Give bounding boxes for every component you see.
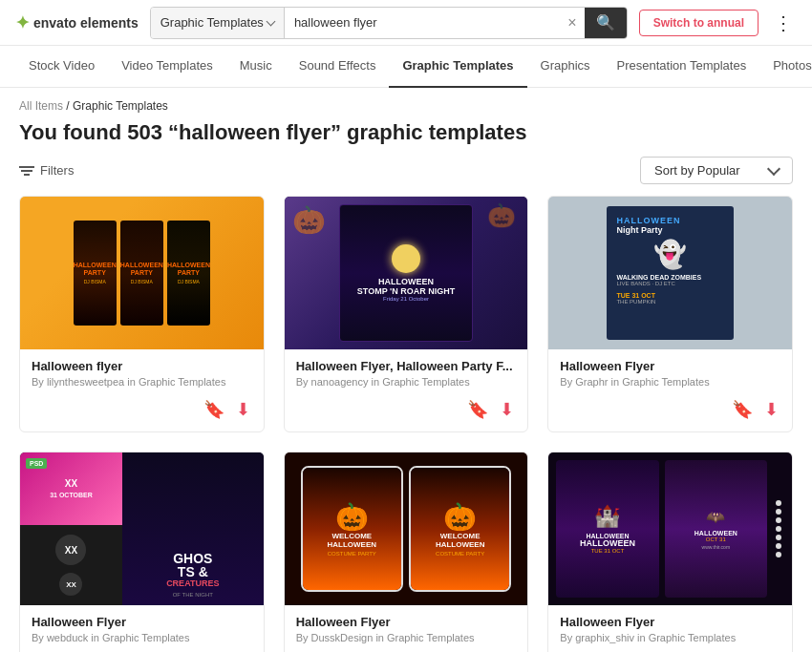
nav-item-presentation-templates[interactable]: Presentation Templates bbox=[604, 46, 760, 88]
search-bar: Graphic Templates × 🔍 bbox=[150, 7, 628, 39]
download-icon: ⬇ bbox=[764, 400, 779, 419]
download-button[interactable]: ⬇ bbox=[762, 397, 780, 422]
download-button[interactable]: ⬇ bbox=[498, 397, 516, 422]
bookmark-button[interactable]: 🔖 bbox=[202, 397, 226, 422]
card-footer: 🔖 ⬇ bbox=[285, 397, 528, 431]
toolbar: Filters Sort by Popular bbox=[0, 157, 812, 196]
header: ✦ envato elements Graphic Templates × 🔍 … bbox=[0, 0, 812, 46]
result-heading: You found 503 “halloween flyer” graphic … bbox=[19, 120, 793, 145]
card-title: Halloween Flyer bbox=[32, 615, 252, 629]
breadcrumb-separator: / bbox=[63, 99, 73, 113]
table-row: 🎃 🎃 HALLOWEENStomp 'n Roar Night Friday … bbox=[284, 196, 529, 432]
card-info: Halloween Flyer By Graphr in Graphic Tem… bbox=[548, 349, 792, 397]
card-author: By nanoagency in Graphic Templates bbox=[296, 376, 517, 388]
nav-item-stock-video[interactable]: Stock Video bbox=[15, 46, 108, 88]
chevron-down-icon bbox=[266, 16, 275, 26]
filter-icon bbox=[19, 166, 34, 176]
table-row: 🏰 HALLOWEEN HALLOWEEN TUE 31 OCT 🦇 HALLO… bbox=[547, 452, 793, 652]
search-clear-button[interactable]: × bbox=[560, 14, 584, 32]
card-author: By lilynthesweetpea in Graphic Templates bbox=[32, 376, 252, 388]
logo-text: envato elements bbox=[33, 15, 139, 31]
download-button[interactable]: ⬇ bbox=[234, 397, 252, 422]
nav-bar: Stock Video Video Templates Music Sound … bbox=[0, 46, 812, 88]
search-category-label: Graphic Templates bbox=[160, 15, 264, 30]
psd-badge: PSD bbox=[26, 458, 47, 469]
nav-item-graphic-templates[interactable]: Graphic Templates bbox=[389, 46, 526, 88]
nav-item-sound-effects[interactable]: Sound Effects bbox=[286, 46, 390, 88]
table-row: HALLOWEENPARTY DJ BISMA HALLOWEENPARTY D… bbox=[19, 196, 265, 432]
bookmark-button[interactable]: 🔖 bbox=[465, 397, 490, 422]
card-author: By DusskDesign in Graphic Templates bbox=[296, 632, 517, 643]
sort-dropdown[interactable]: Sort by Popular bbox=[640, 157, 793, 184]
card-footer: 🔖 ⬇ bbox=[548, 397, 792, 431]
card-thumbnail: 🏰 HALLOWEEN HALLOWEEN TUE 31 OCT 🦇 HALLO… bbox=[548, 452, 792, 605]
breadcrumb: All Items / Graphic Templates bbox=[0, 88, 812, 116]
table-row: PSD XX31 OCTOBER XX XX GHOSTS & CREATURE… bbox=[19, 452, 265, 652]
search-input[interactable] bbox=[285, 8, 560, 38]
breadcrumb-current: Graphic Templates bbox=[73, 99, 168, 113]
card-author: By webduck in Graphic Templates bbox=[32, 632, 252, 643]
bookmark-icon: 🔖 bbox=[203, 400, 224, 419]
card-author: By graphix_shiv in Graphic Templates bbox=[560, 632, 780, 643]
nav-item-graphics[interactable]: Graphics bbox=[527, 46, 604, 88]
table-row: HALLOWEEN Night Party 👻 WALKING DEAD ZOM… bbox=[547, 196, 793, 432]
nav-item-photos[interactable]: Photos bbox=[759, 46, 812, 88]
card-info: Halloween flyer By lilynthesweetpea in G… bbox=[20, 349, 264, 397]
results-grid: HALLOWEENPARTY DJ BISMA HALLOWEENPARTY D… bbox=[0, 196, 812, 652]
card-info: Halloween Flyer By webduck in Graphic Te… bbox=[20, 605, 264, 652]
download-icon: ⬇ bbox=[500, 400, 514, 419]
bookmark-button[interactable]: 🔖 bbox=[730, 397, 755, 422]
card-title: Halloween Flyer, Halloween Party F... bbox=[296, 359, 517, 373]
filter-label: Filters bbox=[40, 163, 74, 178]
card-title: Halloween Flyer bbox=[560, 615, 780, 629]
filter-button[interactable]: Filters bbox=[19, 163, 74, 178]
bookmark-icon: 🔖 bbox=[467, 400, 488, 419]
download-icon: ⬇ bbox=[236, 400, 250, 419]
bookmark-icon: 🔖 bbox=[732, 400, 753, 419]
switch-annual-button[interactable]: Switch to annual bbox=[639, 10, 759, 36]
card-title: Halloween Flyer bbox=[296, 615, 517, 629]
card-footer: 🔖 ⬇ bbox=[20, 397, 264, 431]
card-thumbnail: HALLOWEEN Night Party 👻 WALKING DEAD ZOM… bbox=[548, 197, 792, 349]
envato-icon: ✦ bbox=[15, 12, 30, 33]
card-thumbnail: 🎃 WELCOMEHALLOWEEN COSTUME PARTY 🎃 WELCO… bbox=[285, 452, 528, 605]
search-submit-button[interactable]: 🔍 bbox=[585, 8, 627, 38]
logo: ✦ envato elements bbox=[15, 12, 139, 33]
card-author: By Graphr in Graphic Templates bbox=[560, 376, 780, 388]
breadcrumb-all-items[interactable]: All Items bbox=[19, 99, 63, 113]
card-thumbnail: 🎃 🎃 HALLOWEENStomp 'n Roar Night Friday … bbox=[285, 197, 528, 349]
sort-label: Sort by Popular bbox=[654, 163, 740, 178]
search-category-selector[interactable]: Graphic Templates bbox=[151, 8, 285, 38]
card-title: Halloween flyer bbox=[32, 359, 252, 373]
card-info: Halloween Flyer By graphix_shiv in Graph… bbox=[548, 605, 792, 652]
nav-item-music[interactable]: Music bbox=[226, 46, 286, 88]
table-row: 🎃 WELCOMEHALLOWEEN COSTUME PARTY 🎃 WELCO… bbox=[284, 452, 529, 652]
nav-item-video-templates[interactable]: Video Templates bbox=[108, 46, 226, 88]
card-thumbnail: PSD XX31 OCTOBER XX XX GHOSTS & CREATURE… bbox=[20, 452, 264, 605]
card-title: Halloween Flyer bbox=[560, 359, 780, 373]
card-info: Halloween Flyer By DusskDesign in Graphi… bbox=[285, 605, 528, 652]
sort-chevron-icon bbox=[767, 161, 780, 175]
search-icon: 🔍 bbox=[596, 14, 615, 31]
card-info: Halloween Flyer, Halloween Party F... By… bbox=[285, 349, 528, 397]
more-options-button[interactable]: ⋮ bbox=[770, 8, 797, 38]
card-thumbnail: HALLOWEENPARTY DJ BISMA HALLOWEENPARTY D… bbox=[20, 197, 264, 349]
